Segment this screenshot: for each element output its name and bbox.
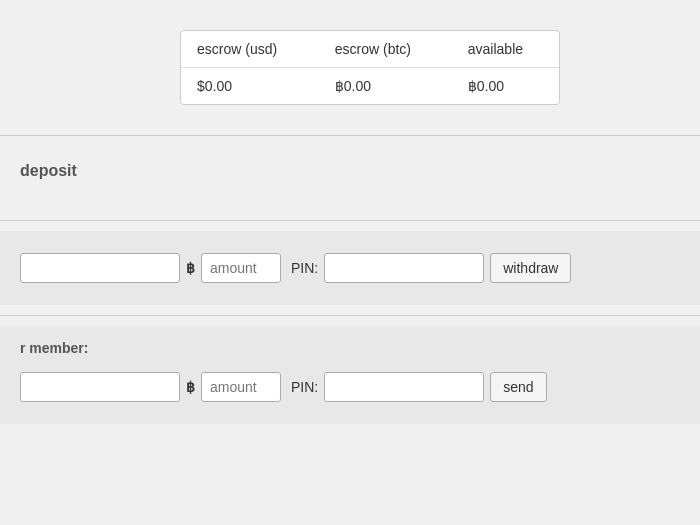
send-pin-input[interactable] — [324, 372, 484, 402]
deposit-title: deposit — [20, 162, 700, 180]
withdraw-address-input[interactable] — [20, 253, 180, 283]
withdraw-form-row: ฿ PIN: withdraw — [0, 245, 700, 291]
deposit-section: deposit — [0, 146, 700, 210]
send-button[interactable]: send — [490, 372, 546, 402]
cell-available: ฿0.00 — [452, 68, 559, 105]
send-section: r member: ฿ PIN: send — [0, 326, 700, 424]
send-btc-symbol: ฿ — [186, 379, 195, 395]
divider-1 — [0, 135, 700, 136]
withdraw-amount-input[interactable] — [201, 253, 281, 283]
col-header-escrow-usd: escrow (usd) — [181, 31, 319, 68]
withdraw-pin-label: PIN: — [291, 260, 318, 276]
page-wrapper: escrow (usd) escrow (btc) available $0.0… — [0, 0, 700, 525]
withdraw-button[interactable]: withdraw — [490, 253, 571, 283]
send-address-input[interactable] — [20, 372, 180, 402]
balance-table: escrow (usd) escrow (btc) available $0.0… — [180, 30, 560, 105]
divider-3 — [0, 315, 700, 316]
withdraw-pin-input[interactable] — [324, 253, 484, 283]
send-amount-input[interactable] — [201, 372, 281, 402]
withdraw-section: ฿ PIN: withdraw — [0, 231, 700, 305]
cell-escrow-usd: $0.00 — [181, 68, 319, 105]
col-header-escrow-btc: escrow (btc) — [319, 31, 452, 68]
withdraw-btc-symbol: ฿ — [186, 260, 195, 276]
send-form-row: ฿ PIN: send — [0, 364, 700, 410]
top-section: escrow (usd) escrow (btc) available $0.0… — [0, 0, 700, 125]
cell-escrow-btc: ฿0.00 — [319, 68, 452, 105]
divider-2 — [0, 220, 700, 221]
col-header-available: available — [452, 31, 559, 68]
member-label: r member: — [0, 340, 700, 364]
send-pin-label: PIN: — [291, 379, 318, 395]
